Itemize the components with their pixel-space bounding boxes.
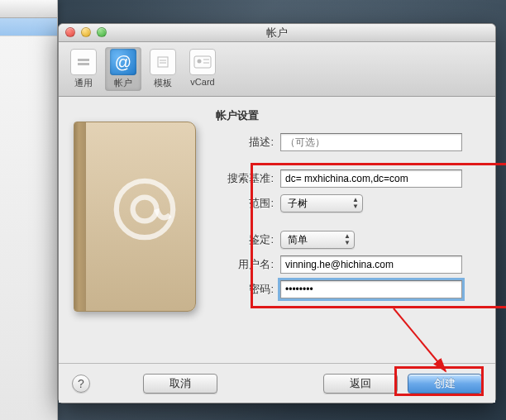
general-icon: [70, 49, 97, 75]
section-title: 帐户设置: [216, 108, 259, 123]
password-input[interactable]: [280, 280, 462, 298]
minimize-button[interactable]: [81, 27, 91, 37]
address-book-graphic: [74, 122, 196, 312]
account-form: 描述: 搜索基准: 范围: 子树 ▲▼ 鉴定:: [216, 130, 480, 302]
footer: ? 取消 返回 创建: [59, 363, 495, 403]
scope-value: 子树: [288, 197, 308, 211]
username-input[interactable]: [280, 255, 462, 274]
auth-label: 鉴定:: [216, 232, 280, 247]
svg-point-9: [117, 181, 173, 237]
content-area: 帐户设置 描述: 搜索基准: 范围: 子树 ▲▼: [59, 97, 495, 363]
create-button[interactable]: 创建: [408, 374, 482, 394]
cancel-button[interactable]: 取消: [143, 374, 217, 394]
toolbar-label: 模板: [154, 77, 172, 89]
description-label: 描述:: [216, 135, 280, 150]
template-icon: [150, 49, 176, 75]
svg-rect-2: [158, 57, 168, 67]
auth-value: 简单: [288, 233, 308, 247]
toolbar: 通用 @ 帐户 模板 vCard: [59, 42, 495, 97]
toolbar-template[interactable]: 模板: [145, 47, 181, 91]
toolbar-label: 通用: [74, 77, 93, 89]
zoom-button[interactable]: [97, 27, 107, 37]
titlebar: 帐户: [59, 24, 495, 42]
help-button[interactable]: ?: [72, 375, 90, 393]
chevron-updown-icon: ▲▼: [344, 233, 351, 246]
background-window: [0, 0, 58, 420]
at-symbol-graphic: [107, 172, 182, 246]
toolbar-label: vCard: [190, 77, 214, 87]
password-label: 密码:: [216, 282, 280, 297]
search-base-input[interactable]: [280, 169, 462, 188]
svg-rect-5: [194, 56, 211, 68]
preferences-window: 帐户 通用 @ 帐户 模板 vCard: [58, 23, 496, 403]
scope-label: 范围:: [216, 196, 280, 211]
vcard-icon: [189, 49, 216, 75]
at-icon: @: [110, 49, 136, 75]
svg-point-6: [198, 60, 202, 64]
description-input[interactable]: [280, 133, 462, 151]
window-title: 帐户: [266, 26, 288, 41]
svg-rect-1: [78, 63, 89, 65]
back-button[interactable]: 返回: [323, 374, 398, 394]
username-label: 用户名:: [216, 257, 280, 272]
svg-point-10: [133, 198, 157, 222]
auth-select[interactable]: 简单 ▲▼: [280, 231, 355, 249]
search-base-label: 搜索基准:: [216, 171, 280, 186]
toolbar-vcard[interactable]: vCard: [184, 47, 221, 88]
toolbar-label: 帐户: [114, 77, 132, 89]
toolbar-accounts[interactable]: @ 帐户: [105, 47, 141, 91]
toolbar-general[interactable]: 通用: [65, 47, 102, 91]
close-button[interactable]: [65, 27, 75, 37]
svg-rect-0: [78, 59, 89, 61]
chevron-updown-icon: ▲▼: [352, 197, 359, 210]
scope-select[interactable]: 子树 ▲▼: [280, 194, 363, 212]
